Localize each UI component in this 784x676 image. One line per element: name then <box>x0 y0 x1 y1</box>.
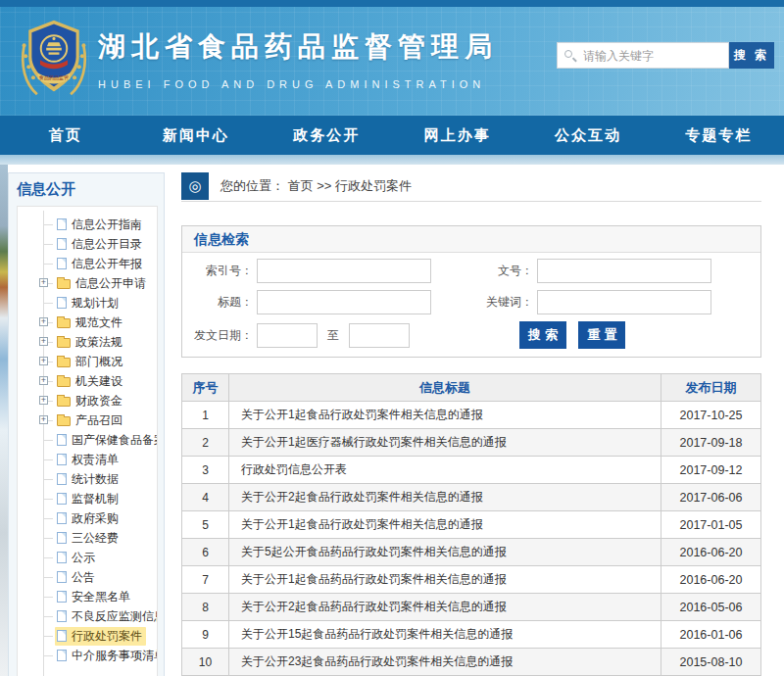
svg-text:食品药品监管: 食品药品监管 <box>39 75 69 82</box>
page-icon <box>57 297 67 309</box>
sidebar-item[interactable]: +产品召回 <box>18 410 157 430</box>
breadcrumb-home-link[interactable]: 首页 <box>288 178 314 193</box>
header-search-button[interactable]: 搜 索 <box>729 42 774 69</box>
row-number: 10 <box>182 649 229 676</box>
page-icon <box>57 258 67 269</box>
sidebar-item[interactable]: +部门概况 <box>18 352 157 371</box>
plus-box-icon[interactable]: + <box>39 317 48 326</box>
sidebar-item[interactable]: 监督机制 <box>18 489 157 508</box>
sidebar-item[interactable]: +信息公开申请 <box>18 273 157 293</box>
row-title-link[interactable]: 关于公开23起食品药品行政处罚案件相关信息的通报 <box>229 649 662 676</box>
row-publish-date: 2016-05-06 <box>662 594 761 621</box>
sidebar-item[interactable]: 信息公开指南 <box>18 215 157 234</box>
content-area: 信息公开 信息公开指南信息公开目录信息公开年报+信息公开申请规划计划+规范文件+… <box>0 165 784 676</box>
results-table: 序号 信息标题 发布日期 1关于公开1起食品行政处罚案件相关信息的通报2017-… <box>181 373 761 676</box>
reset-button[interactable]: 重置 <box>578 321 625 349</box>
sidebar-item[interactable]: 政府采购 <box>18 508 157 528</box>
sidebar-item-label: 信息公开年报 <box>72 256 142 272</box>
doc-no-input[interactable] <box>537 259 711 283</box>
row-title-link[interactable]: 关于5起公开食品药品行政处罚案件相关信息的通报 <box>229 539 662 566</box>
search-button[interactable]: 搜索 <box>519 321 566 349</box>
sidebar-item[interactable]: 信息公开年报 <box>18 254 157 273</box>
sidebar-item-label: 信息公开目录 <box>72 236 142 253</box>
plus-box-icon[interactable]: + <box>39 278 48 287</box>
sidebar-item[interactable]: 规划计划 <box>18 293 157 313</box>
sidebar-item[interactable]: 信息公开目录 <box>18 234 157 254</box>
row-number: 6 <box>182 539 229 566</box>
row-publish-date: 2017-09-18 <box>662 429 761 457</box>
site-title: 湖北省食品药品监督管理局 <box>98 28 498 66</box>
sidebar-item[interactable]: 三公经费 <box>18 528 157 548</box>
title-input[interactable] <box>257 290 431 314</box>
sidebar-item[interactable]: 公示 <box>18 548 157 567</box>
sidebar-item-label: 信息公开指南 <box>72 217 142 233</box>
page-icon <box>57 434 67 446</box>
main-column: ◎ 您的位置： 首页 >> 行政处罚案件 信息检索 索引号： 文号： <box>181 172 761 676</box>
index-no-input[interactable] <box>257 259 431 283</box>
sidebar-item[interactable]: +机关建设 <box>18 371 157 391</box>
col-header-title: 信息标题 <box>229 374 662 402</box>
sidebar-item[interactable]: +财政资金 <box>18 391 157 410</box>
row-title-link[interactable]: 行政处罚信息公开表 <box>229 457 662 484</box>
row-title-link[interactable]: 关于公开1起医疗器械行政处罚案件相关信息的通报 <box>229 429 662 457</box>
nav-item[interactable]: 网上办事 <box>392 116 522 155</box>
date-from-input[interactable] <box>257 323 318 348</box>
sidebar-item[interactable]: +规范文件 <box>18 313 157 332</box>
page-icon <box>57 532 67 544</box>
row-number: 2 <box>182 429 229 457</box>
sidebar-title: 信息公开 <box>9 173 164 204</box>
sidebar-item[interactable]: 国产保健食品备案 <box>18 430 157 450</box>
sidebar-item[interactable]: 行政处罚案件 <box>18 626 157 646</box>
sidebar-item[interactable]: 统计数据 <box>18 469 157 489</box>
sidebar-item-label: 中介服务事项清单 <box>72 648 158 664</box>
nav-bottom-strip <box>0 155 784 165</box>
sidebar-item-label: 政府采购 <box>72 510 119 527</box>
keyword-input[interactable] <box>537 290 711 314</box>
row-title-link[interactable]: 关于公开2起食品药品行政处罚案件相关信息的通报 <box>229 594 662 621</box>
sidebar-item-label: 公告 <box>72 569 95 586</box>
sidebar-item[interactable]: 权责清单 <box>18 450 157 469</box>
row-title-link[interactable]: 关于公开1起食品行政处罚案件相关信息的通报 <box>229 511 662 539</box>
fda-badge-icon: 食品药品监管 <box>16 16 92 106</box>
breadcrumb-current: 行政处罚案件 <box>335 178 412 193</box>
plus-box-icon[interactable]: + <box>39 415 48 424</box>
row-publish-date: 2017-09-12 <box>662 457 761 484</box>
plus-box-icon[interactable]: + <box>39 396 48 405</box>
nav-item[interactable]: 首页 <box>0 116 130 155</box>
page-icon <box>57 571 67 583</box>
row-title-link[interactable]: 关于公开2起食品行政处罚案件相关信息的通报 <box>229 484 662 511</box>
breadcrumb-prefix: 您的位置： <box>220 178 284 193</box>
plus-box-icon[interactable]: + <box>39 337 48 346</box>
sidebar-item[interactable]: +政策法规 <box>18 332 157 352</box>
table-row: 5关于公开1起食品行政处罚案件相关信息的通报2017-01-05 <box>182 511 761 539</box>
col-header-no: 序号 <box>182 374 229 402</box>
sidebar-item[interactable]: 公告 <box>18 567 157 587</box>
breadcrumb: ◎ 您的位置： 首页 >> 行政处罚案件 <box>181 172 761 202</box>
nav-item[interactable]: 新闻中心 <box>130 116 261 155</box>
table-row: 1关于公开1起食品行政处罚案件相关信息的通报2017-10-25 <box>182 402 761 429</box>
table-row: 7关于公开1起食品药品行政处罚案件相关信息的通报2016-06-20 <box>182 566 761 594</box>
plus-box-icon[interactable]: + <box>39 376 48 385</box>
row-number: 3 <box>182 457 229 484</box>
sidebar-item-label: 规范文件 <box>75 314 122 331</box>
nav-item[interactable]: 公众互动 <box>522 116 653 155</box>
row-title-link[interactable]: 关于公开15起食品药品行政处罚案件相关信息的通报 <box>229 621 662 649</box>
results-table-body: 1关于公开1起食品行政处罚案件相关信息的通报2017-10-252关于公开1起医… <box>182 402 761 676</box>
sidebar-item[interactable]: 不良反应监测信息 <box>18 606 157 626</box>
row-title-link[interactable]: 关于公开1起食品行政处罚案件相关信息的通报 <box>229 402 662 429</box>
sidebar-item[interactable]: 中介服务事项清单 <box>18 646 157 665</box>
sidebar-item-label: 信息公开申请 <box>75 275 146 292</box>
folder-icon <box>57 338 71 348</box>
row-publish-date: 2017-06-06 <box>662 484 761 511</box>
plus-box-icon[interactable]: + <box>39 357 48 365</box>
nav-item[interactable]: 专题专栏 <box>654 116 784 155</box>
row-number: 5 <box>182 511 229 539</box>
page-icon <box>57 454 67 465</box>
nav-item[interactable]: 政务公开 <box>262 116 392 155</box>
page-icon <box>57 591 67 603</box>
date-to-input[interactable] <box>349 323 410 348</box>
header-search-input[interactable] <box>557 42 729 69</box>
row-publish-date: 2016-01-06 <box>662 621 761 649</box>
sidebar-item[interactable]: 安全黑名单 <box>18 587 157 606</box>
row-title-link[interactable]: 关于公开1起食品药品行政处罚案件相关信息的通报 <box>229 566 662 594</box>
